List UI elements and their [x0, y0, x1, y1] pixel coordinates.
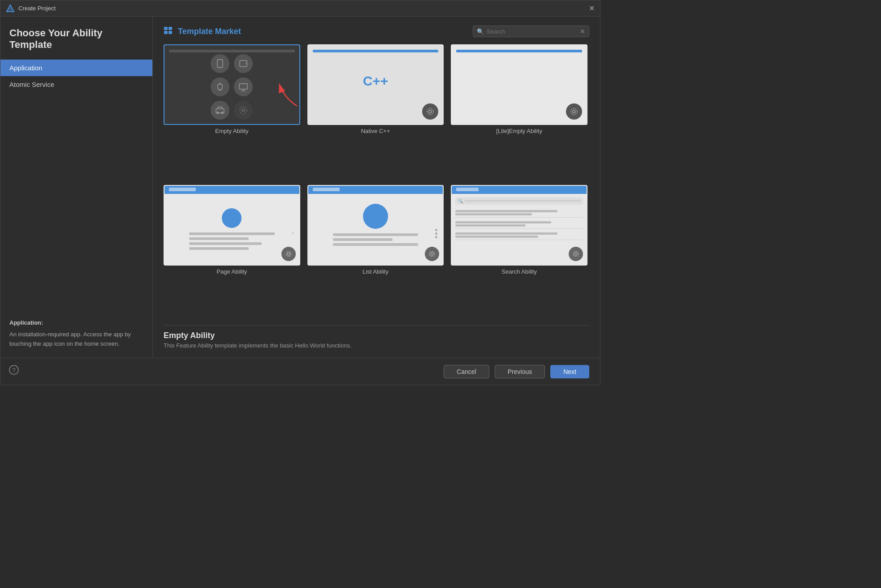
app-logo-icon: [6, 4, 15, 13]
main-header: Template Market 🔍 ✕: [164, 26, 589, 37]
pa-line1: [189, 232, 274, 235]
lc-top-bar: [456, 50, 582, 52]
sa-line4: [455, 224, 526, 227]
previous-button[interactable]: Previous: [495, 365, 545, 378]
sa-search-text: [465, 200, 580, 202]
svg-point-22: [429, 110, 432, 113]
search-ability-label: Search Ability: [501, 268, 537, 275]
template-card-page-ability[interactable]: › Page Ability: [164, 185, 300, 318]
svg-rect-10: [218, 84, 222, 90]
svg-point-24: [573, 110, 575, 113]
help-icon[interactable]: ?: [9, 365, 19, 377]
phone-icon-circle: [211, 54, 229, 73]
svg-point-23: [427, 108, 433, 115]
native-cpp-label: Native C++: [361, 128, 390, 134]
template-market-icon: [164, 26, 173, 37]
content-area: Choose Your Ability Template Application…: [0, 17, 600, 358]
svg-rect-4: [164, 31, 168, 34]
pa-circle: [222, 208, 242, 228]
native-cpp-bg: C++: [308, 45, 443, 124]
search-input[interactable]: [487, 28, 577, 35]
ea-top-bar: [169, 50, 295, 52]
search-ability-bg: 🔍: [452, 186, 587, 265]
la-dot1: [435, 229, 437, 231]
la-circle: [363, 204, 388, 229]
svg-rect-5: [168, 31, 172, 34]
la-dot3: [435, 236, 437, 238]
la-dots: [435, 229, 437, 238]
list-ability-bg: [308, 186, 443, 265]
question-mark-icon: ?: [9, 365, 19, 375]
create-project-window: Create Project ✕ Choose Your Ability Tem…: [0, 0, 600, 385]
cancel-button[interactable]: Cancel: [444, 365, 489, 378]
selected-template-info: Empty Ability This Feature Ability templ…: [164, 325, 589, 349]
page-ability-bg: ›: [164, 186, 299, 265]
pa-badge: [281, 247, 296, 261]
sidebar-item-application-label: Application: [9, 64, 42, 72]
la-lines: [328, 233, 423, 246]
sa-line-group2: [455, 219, 583, 229]
main-panel: Template Market 🔍 ✕: [153, 17, 600, 358]
svg-point-31: [573, 251, 579, 257]
grid-icon: [164, 26, 173, 34]
sa-line3: [455, 221, 551, 223]
next-button[interactable]: Next: [550, 365, 589, 378]
template-card-lite-empty-ability[interactable]: [Lite]Empty Ability: [451, 44, 587, 178]
pa-lines: [185, 232, 279, 250]
sa-line2: [455, 213, 532, 215]
native-cpp-image: C++: [307, 44, 444, 125]
pa-arrow-icon: ›: [292, 229, 294, 236]
sidebar-item-application[interactable]: Application: [0, 60, 152, 76]
empty-ability-label: Empty Ability: [215, 128, 248, 134]
la-line3: [333, 243, 418, 246]
lc-badge: [566, 103, 582, 120]
svg-text:?: ?: [12, 367, 15, 373]
car-icon-circle: [211, 101, 229, 120]
search-box[interactable]: 🔍 ✕: [473, 26, 589, 37]
pa-line4: [189, 247, 249, 250]
template-card-list-ability[interactable]: List Ability: [307, 185, 444, 318]
nc-badge: [422, 103, 438, 120]
la-badge: [425, 247, 439, 261]
sidebar-item-atomic-service-label: Atomic Service: [9, 81, 54, 88]
settings-icon-circle: [234, 101, 253, 120]
list-ability-label: List Ability: [363, 268, 389, 275]
sidebar: Choose Your Ability Template Application…: [0, 17, 153, 358]
info-title: Application:: [9, 318, 143, 328]
search-ability-image: 🔍: [451, 185, 587, 266]
svg-rect-2: [164, 27, 168, 30]
main-header-left: Template Market: [164, 26, 241, 37]
sa-search-bar: 🔍: [455, 197, 583, 205]
car-icon: [215, 105, 225, 115]
window-title: Create Project: [18, 5, 56, 12]
nc-top-bar: [313, 50, 439, 52]
sa-top-bar: [452, 186, 587, 194]
template-card-empty-ability[interactable]: Empty Ability: [164, 44, 300, 178]
selected-template-name: Empty Ability: [164, 331, 589, 340]
sa-settings-icon: [572, 250, 580, 258]
titlebar-left: Create Project: [6, 4, 56, 13]
la-dot2: [435, 232, 437, 235]
pa-settings-icon: [285, 250, 293, 258]
list-ability-image: [307, 185, 444, 266]
svg-point-26: [287, 253, 290, 255]
sa-bar-inner: [456, 188, 479, 191]
lite-empty-ability-image: [451, 44, 587, 125]
svg-point-28: [431, 253, 433, 255]
sa-line1: [455, 210, 557, 212]
sa-line5: [455, 232, 557, 235]
pa-line3: [189, 242, 262, 245]
sa-badge: [569, 247, 583, 261]
search-clear-icon[interactable]: ✕: [580, 28, 585, 35]
svg-point-27: [286, 251, 291, 257]
empty-ability-bg: [164, 45, 299, 124]
template-card-native-cpp[interactable]: C++ Native C++: [307, 44, 444, 178]
sidebar-nav: Application Atomic Service: [0, 60, 152, 309]
sidebar-item-atomic-service[interactable]: Atomic Service: [0, 76, 152, 93]
close-button[interactable]: ✕: [589, 4, 595, 13]
sa-lines: [452, 206, 587, 242]
info-description: An installation-required app. Access the…: [9, 330, 143, 349]
lite-empty-ability-label: [Lite]Empty Ability: [496, 128, 542, 134]
pa-bar-inner: [169, 188, 196, 191]
template-card-search-ability[interactable]: 🔍: [451, 185, 587, 318]
